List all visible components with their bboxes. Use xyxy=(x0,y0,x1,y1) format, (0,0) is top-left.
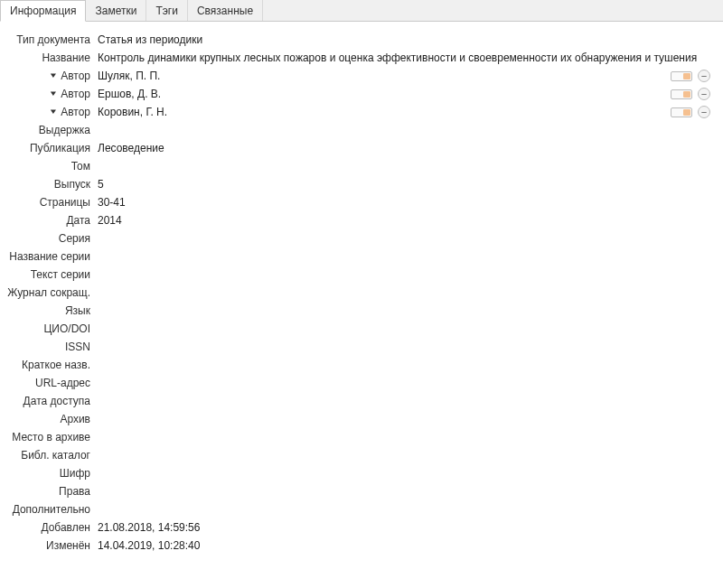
label-archive: Архив xyxy=(5,410,96,428)
label-short-title: Краткое назв. xyxy=(5,356,96,374)
field-series: Серия xyxy=(5,229,718,247)
field-extra: Дополнительно xyxy=(5,500,718,518)
field-library-catalog: Библ. каталог xyxy=(5,446,718,464)
value-author-0[interactable]: Шуляк, П. П. xyxy=(96,67,671,85)
field-publication: Публикация Лесоведение xyxy=(5,139,718,157)
info-panel: Тип документа Статья из периодики Назван… xyxy=(0,22,723,560)
field-issue: Выпуск 5 xyxy=(5,175,718,193)
author-toggle-0[interactable] xyxy=(671,71,692,81)
value-date-modified: 14.04.2019, 10:28:40 xyxy=(96,537,718,555)
label-abstract: Выдержка xyxy=(5,121,96,139)
field-language: Язык xyxy=(5,302,718,320)
tab-bar: Информация Заметки Тэги Связанные xyxy=(0,0,723,22)
field-call-number: Шифр xyxy=(5,464,718,482)
label-series-title: Название серии xyxy=(5,247,96,266)
author-toggle-2[interactable] xyxy=(671,107,692,117)
label-author[interactable]: Автор xyxy=(61,103,90,121)
label-library-catalog: Библ. каталог xyxy=(5,446,96,464)
label-author[interactable]: Автор xyxy=(61,85,90,103)
label-doc-type: Тип документа xyxy=(5,31,96,49)
field-date: Дата 2014 xyxy=(5,211,718,229)
chevron-down-icon[interactable]: ▼ xyxy=(49,103,58,121)
label-call-number: Шифр xyxy=(5,464,96,482)
label-rights: Права xyxy=(5,482,96,500)
value-author-2[interactable]: Коровин, Г. Н. xyxy=(96,103,671,121)
field-date-modified: Изменён 14.04.2019, 10:28:40 xyxy=(5,537,718,555)
tab-tags[interactable]: Тэги xyxy=(146,0,188,21)
value-doc-type[interactable]: Статья из периодики xyxy=(96,31,718,49)
value-date[interactable]: 2014 xyxy=(96,211,718,229)
chevron-down-icon[interactable]: ▼ xyxy=(49,67,58,85)
value-pages[interactable]: 30-41 xyxy=(96,193,718,211)
label-archive-loc: Место в архиве xyxy=(5,428,96,446)
value-date-added: 21.08.2018, 14:59:56 xyxy=(96,518,718,537)
chevron-down-icon[interactable]: ▼ xyxy=(49,85,58,103)
label-volume: Том xyxy=(5,157,96,175)
value-issue[interactable]: 5 xyxy=(96,175,718,193)
field-author-2: ▼ Автор Коровин, Г. Н. − xyxy=(5,103,718,121)
label-title: Название xyxy=(5,49,96,67)
field-journal-abbr: Журнал сокращ. xyxy=(5,284,718,302)
label-pages: Страницы xyxy=(5,193,96,211)
tab-notes[interactable]: Заметки xyxy=(86,0,146,21)
field-author-1: ▼ Автор Ершов, Д. В. − xyxy=(5,85,718,103)
label-date-modified: Изменён xyxy=(5,537,96,555)
field-doi: ЦИО/DOI xyxy=(5,320,718,338)
label-language: Язык xyxy=(5,302,96,320)
label-url: URL-адрес xyxy=(5,374,96,392)
remove-author-button-0[interactable]: − xyxy=(698,70,710,82)
label-issn: ISSN xyxy=(5,338,96,356)
label-series-text: Текст серии xyxy=(5,266,96,284)
label-access-date: Дата доступа xyxy=(5,392,96,410)
field-access-date: Дата доступа xyxy=(5,392,718,410)
label-journal-abbr: Журнал сокращ. xyxy=(5,284,96,302)
label-issue: Выпуск xyxy=(5,175,96,193)
tab-info[interactable]: Информация xyxy=(0,0,86,22)
label-extra: Дополнительно xyxy=(5,500,96,518)
field-archive: Архив xyxy=(5,410,718,428)
field-series-title: Название серии xyxy=(5,247,718,266)
field-rights: Права xyxy=(5,482,718,500)
field-abstract: Выдержка xyxy=(5,121,718,139)
field-volume: Том xyxy=(5,157,718,175)
remove-author-button-1[interactable]: − xyxy=(698,88,710,100)
field-short-title: Краткое назв. xyxy=(5,356,718,374)
label-date: Дата xyxy=(5,211,96,229)
label-series: Серия xyxy=(5,229,96,247)
field-date-added: Добавлен 21.08.2018, 14:59:56 xyxy=(5,518,718,537)
label-publication: Публикация xyxy=(5,139,96,157)
field-pages: Страницы 30-41 xyxy=(5,193,718,211)
field-issn: ISSN xyxy=(5,338,718,356)
value-publication[interactable]: Лесоведение xyxy=(96,139,718,157)
field-archive-loc: Место в архиве xyxy=(5,428,718,446)
value-title[interactable]: Контроль динамики крупных лесных пожаров… xyxy=(96,49,718,67)
tab-related[interactable]: Связанные xyxy=(188,0,263,21)
author-toggle-1[interactable] xyxy=(671,89,692,99)
label-doi: ЦИО/DOI xyxy=(5,320,96,338)
field-author-0: ▼ Автор Шуляк, П. П. − xyxy=(5,67,718,85)
label-author[interactable]: Автор xyxy=(61,67,90,85)
field-title: Название Контроль динамики крупных лесны… xyxy=(5,49,718,67)
field-doc-type: Тип документа Статья из периодики xyxy=(5,31,718,49)
field-url: URL-адрес xyxy=(5,374,718,392)
label-date-added: Добавлен xyxy=(5,518,96,537)
remove-author-button-2[interactable]: − xyxy=(698,106,710,118)
field-series-text: Текст серии xyxy=(5,266,718,284)
value-author-1[interactable]: Ершов, Д. В. xyxy=(96,85,671,103)
